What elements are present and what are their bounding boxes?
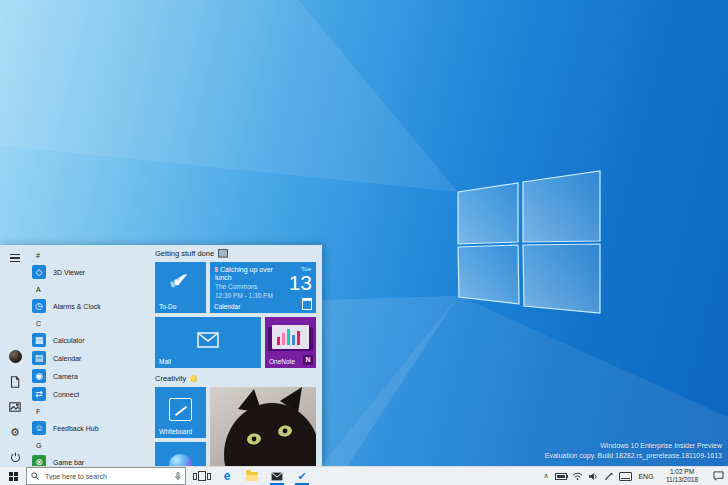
file-explorer-taskbar-button[interactable] <box>242 467 262 485</box>
app-section-header[interactable]: A <box>32 281 152 297</box>
action-center-icon <box>713 471 724 481</box>
mail-icon <box>271 472 283 481</box>
calculator-icon: ▦ <box>32 333 46 347</box>
todo-icon: ✔ <box>297 470 306 483</box>
power-icon <box>10 452 21 463</box>
alarms-clock-icon: ◷ <box>32 299 46 313</box>
speaker-icon <box>588 472 599 481</box>
watermark-line-1: Windows 10 Enterprise Insider Preview <box>545 441 722 451</box>
evaluation-watermark: Windows 10 Enterprise Insider Preview Ev… <box>545 441 722 461</box>
app-item-alarms-clock[interactable]: ◷Alarms & Clock <box>32 297 152 315</box>
tile-area: Getting stuff done ✔✔ To-Do Catching up … <box>155 245 322 467</box>
calendar-glyph-icon <box>302 298 312 310</box>
volume-tray-button[interactable] <box>585 467 601 485</box>
pin-icon <box>215 267 218 272</box>
calendar-icon: ▤ <box>32 351 46 365</box>
edge-taskbar-button[interactable]: e <box>217 467 237 485</box>
todo-taskbar-button[interactable]: ✔ <box>292 467 312 485</box>
edge-icon: e <box>224 470 231 482</box>
power-button[interactable] <box>8 450 22 464</box>
tile-whiteboard[interactable]: Whiteboard <box>155 387 206 438</box>
tile-mail[interactable]: Mail <box>155 317 261 368</box>
watermark-line-2: Evaluation copy. Build 18282.rs_prerelea… <box>545 451 722 461</box>
onenote-logo-badge: N <box>303 355 313 365</box>
document-icon <box>10 376 20 388</box>
tile-group-header-1[interactable]: Getting stuff done <box>155 247 228 259</box>
user-account-button[interactable] <box>8 349 22 363</box>
task-view-button[interactable] <box>192 467 212 485</box>
app-item-camera[interactable]: ◉Camera <box>32 367 152 385</box>
calendar-day-number: 13 <box>289 272 312 294</box>
whiteboard-icon <box>169 398 192 421</box>
clock[interactable]: 1:02 PM 11/13/2018 <box>658 467 706 485</box>
tile-todo[interactable]: ✔✔ To-Do <box>155 262 206 313</box>
tray-date: 11/13/2018 <box>666 476 698 484</box>
touch-keyboard-button[interactable] <box>617 467 634 485</box>
tile-photos-cat[interactable] <box>210 387 316 467</box>
feedback-hub-icon: ☺ <box>32 421 46 435</box>
pen-tray-button[interactable] <box>601 467 617 485</box>
mail-taskbar-button[interactable] <box>267 467 287 485</box>
onenote-artwork <box>272 325 309 349</box>
windows-logo-wallpaper <box>452 163 608 321</box>
calendar-event-title: Catching up over lunch <box>215 266 277 282</box>
language-indicator[interactable]: ENG <box>634 467 658 485</box>
start-menu-rail: ⚙ <box>0 245 30 467</box>
app-section-header[interactable]: C <box>32 315 152 331</box>
avatar <box>9 350 22 363</box>
app-section-header[interactable]: F <box>32 403 152 419</box>
app-item-game-bar[interactable]: ⊗Game bar <box>32 453 152 467</box>
start-menu: ⚙ # ◇3D Viewer A ◷Alarms & Clock C ▦Calc… <box>0 245 322 467</box>
file-explorer-icon <box>246 472 258 481</box>
search-icon <box>31 472 39 480</box>
search-input[interactable] <box>43 472 171 481</box>
tile-cortana[interactable] <box>155 442 206 467</box>
start-button[interactable] <box>0 467 26 485</box>
tray-time: 1:02 PM <box>670 468 694 476</box>
laptop-emoji-icon <box>218 249 228 258</box>
cat-photo <box>210 387 316 467</box>
wifi-icon <box>572 472 583 481</box>
chevron-up-icon: ∧ <box>543 472 548 480</box>
camera-icon: ◉ <box>32 369 46 383</box>
app-section-header[interactable]: # <box>32 247 152 263</box>
pen-icon <box>604 471 614 481</box>
windows-logo-icon <box>9 472 18 481</box>
battery-tray-button[interactable] <box>553 467 569 485</box>
gear-icon: ⚙ <box>10 427 20 438</box>
tile-calendar[interactable]: Catching up over lunch The Commons 12:30… <box>210 262 316 313</box>
documents-button[interactable] <box>8 375 22 389</box>
app-item-feedback-hub[interactable]: ☺Feedback Hub <box>32 419 152 437</box>
palette-emoji-icon <box>190 375 197 382</box>
settings-button[interactable]: ⚙ <box>8 425 22 439</box>
taskbar-search[interactable] <box>26 467 186 485</box>
microphone-icon[interactable] <box>175 472 181 481</box>
app-item-calculator[interactable]: ▦Calculator <box>32 331 152 349</box>
tray-overflow-button[interactable]: ∧ <box>539 467 553 485</box>
touch-keyboard-icon <box>619 472 632 481</box>
pictures-button[interactable] <box>8 400 22 414</box>
picture-icon <box>9 402 21 412</box>
3d-viewer-icon: ◇ <box>32 265 46 279</box>
envelope-icon <box>197 332 219 348</box>
expand-menu-button[interactable] <box>8 251 22 265</box>
taskbar: e ✔ ∧ ENG 1:02 PM 11/13/2018 <box>0 466 728 485</box>
app-item-calendar[interactable]: ▤Calendar <box>32 349 152 367</box>
app-item-connect[interactable]: ⇄Connect <box>32 385 152 403</box>
wifi-tray-button[interactable] <box>569 467 585 485</box>
tile-onenote[interactable]: OneNote N <box>265 317 316 368</box>
app-item-3d-viewer[interactable]: ◇3D Viewer <box>32 263 152 281</box>
app-section-header[interactable]: G <box>32 437 152 453</box>
app-list: # ◇3D Viewer A ◷Alarms & Clock C ▦Calcul… <box>32 247 152 467</box>
action-center-button[interactable] <box>708 467 728 485</box>
task-view-icon <box>193 471 211 481</box>
tile-group-header-2[interactable]: Creativity <box>155 372 197 384</box>
connect-icon: ⇄ <box>32 387 46 401</box>
battery-icon <box>555 473 567 480</box>
